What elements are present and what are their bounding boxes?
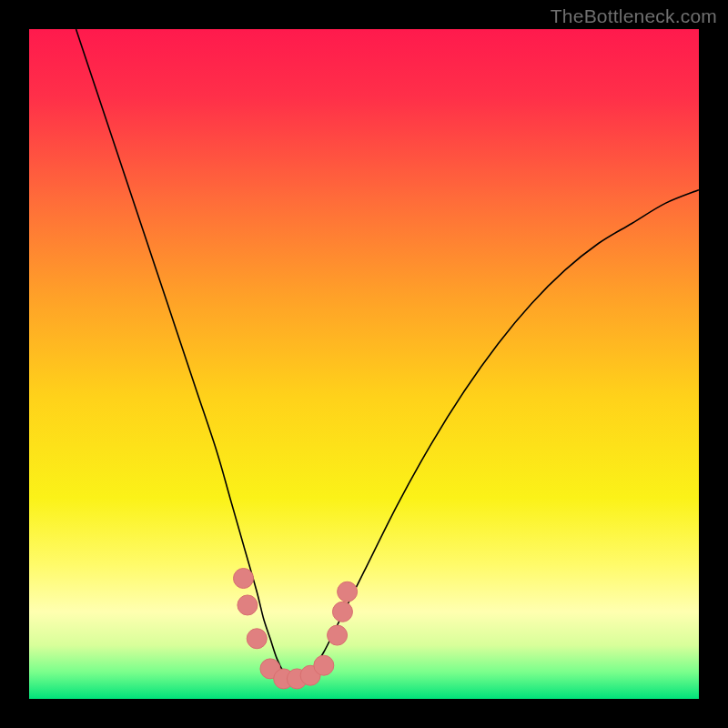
marker-dot bbox=[238, 595, 258, 615]
marker-dot bbox=[328, 625, 348, 645]
marker-dot bbox=[234, 569, 254, 589]
gradient-background bbox=[29, 29, 699, 699]
marker-dot bbox=[247, 629, 267, 649]
marker-dot bbox=[314, 655, 334, 675]
plot-area bbox=[29, 29, 699, 699]
watermark-text: TheBottleneck.com bbox=[551, 5, 717, 27]
marker-dot bbox=[332, 602, 352, 622]
chart-frame: TheBottleneck.com bbox=[0, 0, 728, 728]
marker-dot bbox=[338, 581, 358, 602]
